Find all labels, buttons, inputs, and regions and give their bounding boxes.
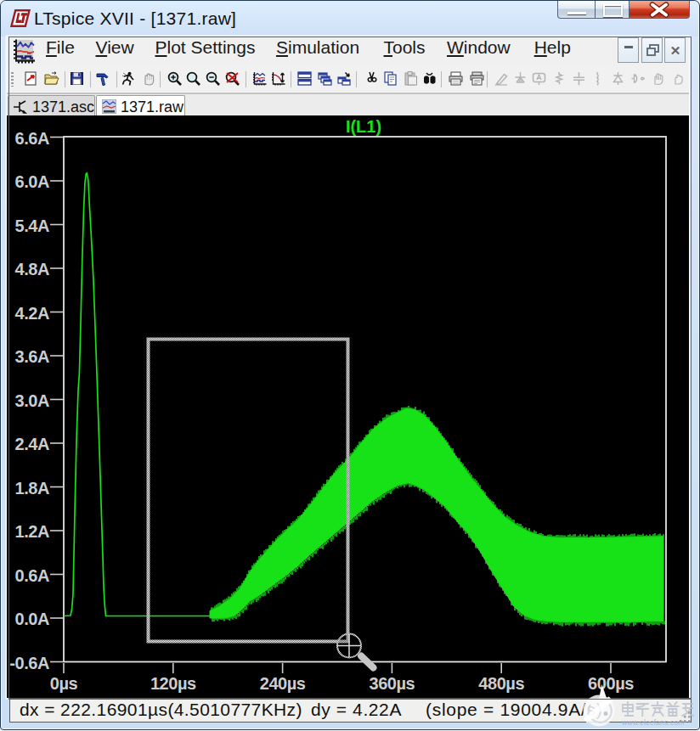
svg-text:www.elecfans.com: www.elecfans.com: [621, 718, 685, 727]
